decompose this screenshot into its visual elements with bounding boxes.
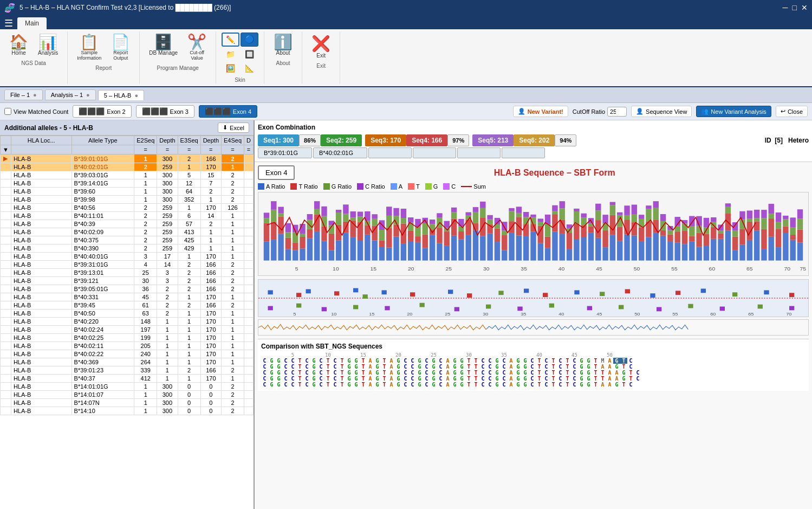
report-output-button[interactable]: 📄 ReportOutput xyxy=(107,33,134,63)
tab-main[interactable]: Main xyxy=(17,17,47,29)
analysis-button[interactable]: 📊 Analysis xyxy=(34,33,62,58)
table-row[interactable]: HLA-BB*14:101300002 xyxy=(1,407,254,415)
view-matched-count-checkbox[interactable] xyxy=(4,108,11,115)
table-row[interactable]: HLA-BB*40:02:11205111701 xyxy=(1,342,254,350)
table-row[interactable]: HLA-BB*39:05:01G36221662 xyxy=(1,285,254,293)
table-row[interactable]: HLA-BB*40:11:0122596141 xyxy=(1,212,254,220)
table-row[interactable]: HLA-BB*39:31:01G41421662 xyxy=(1,261,254,269)
table-row[interactable]: HLA-BB*40:02:01G225911701 xyxy=(1,163,254,171)
doc-tab-analysis-close[interactable]: ● xyxy=(86,92,90,98)
table-row[interactable]: HLA-BB*40:40:01G31711701 xyxy=(1,253,254,261)
svg-rect-57 xyxy=(365,235,370,261)
doc-tab-hlab-close[interactable]: ● xyxy=(134,92,138,99)
table-row[interactable]: HLA-BB*40:5622591170126 xyxy=(1,204,254,212)
row-e3seq: 0 xyxy=(178,399,200,407)
skin-btn-5[interactable]: 🖼️ xyxy=(222,62,239,75)
table-row[interactable]: HLA-BB*40:02:24197111701 xyxy=(1,326,254,334)
row-d xyxy=(244,269,254,277)
seq6-block[interactable]: Seq6: 202 xyxy=(514,134,555,146)
minimize-button[interactable]: ─ xyxy=(783,3,788,12)
table-row[interactable]: HLA-BB*40:390225942911 xyxy=(1,244,254,253)
row-hla-loc: HLA-B xyxy=(11,179,72,188)
table-row[interactable]: HLA-BB*39:4561221662 xyxy=(1,301,254,310)
table-row[interactable]: HLA-BB*40:33145211701 xyxy=(1,293,254,301)
table-row[interactable]: HLA-BB*14:01:01G1300002 xyxy=(1,383,254,391)
skin-btn-4[interactable]: 🔲 xyxy=(241,48,258,61)
view-matched-count-label[interactable]: View Matched Count xyxy=(4,108,68,115)
table-row[interactable]: ▶HLA-BB*39:01:01G130021662 xyxy=(1,154,254,163)
row-e3dep: 170 xyxy=(200,293,221,301)
table-row[interactable]: HLA-BB*40:375225942511 xyxy=(1,236,254,244)
filter-e2dep: = xyxy=(157,145,178,154)
filter-hla-input[interactable] xyxy=(14,147,69,153)
svg-rect-254 xyxy=(718,233,723,239)
home-button[interactable]: 🏠 Home xyxy=(5,33,32,58)
about-button[interactable]: ℹ️ About xyxy=(270,33,296,58)
close-window-button[interactable]: ✕ xyxy=(801,3,808,12)
doc-tab-file-close[interactable]: ● xyxy=(33,92,37,98)
filter-allele-input[interactable] xyxy=(74,147,132,153)
sample-info-button[interactable]: 📋 SampleInformation xyxy=(73,33,105,63)
maximize-button[interactable]: □ xyxy=(792,3,797,12)
doc-tab-hlab[interactable]: 5 – HLA-B ● xyxy=(98,90,144,100)
seq3-block[interactable]: Seq3: 170 xyxy=(365,134,406,146)
skin-btn-2[interactable]: 🔵 xyxy=(241,33,258,47)
app-menu[interactable]: ☰ xyxy=(0,17,17,29)
cutoff-button[interactable]: ✂️ Cut-offValue xyxy=(184,33,210,63)
col-e2depth: Depth xyxy=(157,136,178,145)
doc-tab-file[interactable]: File – 1 ● xyxy=(4,89,43,100)
svg-rect-245 xyxy=(704,246,709,261)
table-row[interactable]: HLA-BB*39:13:0125321662 xyxy=(1,269,254,277)
table-row[interactable]: HLA-BB*39:12130321662 xyxy=(1,277,254,285)
table-row[interactable]: HLA-BB*40:220148111701 xyxy=(1,318,254,326)
table-row[interactable]: HLA-BB*39:03:01G13005152 xyxy=(1,171,254,179)
excel-button[interactable]: ⬇ Excel xyxy=(218,123,249,133)
table-row[interactable]: HLA-BB*39:01:23339121662 xyxy=(1,366,254,375)
table-row[interactable]: HLA-BB*40:02:22240111701 xyxy=(1,350,254,358)
skin-btn-3[interactable]: 📁 xyxy=(222,48,239,61)
table-row[interactable]: HLA-BB*40:02:09225941311 xyxy=(1,228,254,236)
exon3-tab[interactable]: ⬛⬛⬛ Exon 3 xyxy=(136,105,194,118)
svg-rect-299 xyxy=(797,218,803,229)
skin-btn-6[interactable]: 📐 xyxy=(241,62,258,75)
row-e2seq: 2 xyxy=(134,220,157,228)
seq5-block[interactable]: Seq5: 213 xyxy=(472,134,514,146)
skin-btn-1[interactable]: ✏️ xyxy=(222,33,239,47)
db-manage-button[interactable]: 🗄️ DB Manage xyxy=(145,33,181,63)
row-allele-type: B*40:02:11 xyxy=(72,342,134,350)
exon4-tab[interactable]: ⬛⬛⬛ Exon 4 xyxy=(199,105,257,118)
svg-rect-125 xyxy=(487,234,492,261)
table-row[interactable]: HLA-BB*14:07N1300002 xyxy=(1,399,254,407)
row-hla-loc: HLA-B xyxy=(11,212,72,220)
svg-rect-339 xyxy=(789,293,794,297)
svg-rect-15 xyxy=(285,232,291,237)
row-d xyxy=(244,399,254,407)
svg-text:20: 20 xyxy=(408,266,414,272)
svg-rect-146 xyxy=(523,224,529,236)
table-row[interactable]: HLA-BB*40:02:25199111701 xyxy=(1,334,254,342)
seq2-block[interactable]: Seq2: 259 xyxy=(321,134,362,146)
sequence-view-button[interactable]: 👤 Sequence View xyxy=(631,106,692,117)
cutoff-value-input[interactable] xyxy=(607,107,627,117)
svg-rect-291 xyxy=(783,219,788,226)
table-row[interactable]: HLA-BB*39:14:01G13001272 xyxy=(1,179,254,188)
table-row[interactable]: HLA-BB*40:5063211701 xyxy=(1,310,254,318)
exit-button[interactable]: ❌ Exit xyxy=(308,33,334,61)
seq4-block[interactable]: Seq4: 166 xyxy=(406,134,447,146)
exon2-tab[interactable]: ⬛⬛⬛ Exon 2 xyxy=(73,105,131,118)
table-row[interactable]: HLA-BB*40:37412111701 xyxy=(1,375,254,383)
svg-rect-241 xyxy=(696,247,701,261)
new-variant-analysis-button[interactable]: 👥 New Variant Analysis xyxy=(696,106,771,117)
close-button[interactable]: ↩ Close xyxy=(776,106,808,117)
row-e2seq: 63 xyxy=(134,310,157,318)
table-row[interactable]: HLA-BB*39:6013006422 xyxy=(1,188,254,196)
filter-icon[interactable]: ▼ xyxy=(3,146,9,153)
svg-rect-295 xyxy=(790,228,795,235)
table-row[interactable]: HLA-BB*39:98130035212 xyxy=(1,196,254,204)
doc-tab-analysis[interactable]: Analysis – 1 ● xyxy=(45,89,96,100)
new-variant-button[interactable]: 👤 New Variant! xyxy=(513,106,568,117)
seq1-block[interactable]: Seq1: 300 xyxy=(258,134,299,146)
table-row[interactable]: HLA-BB*14:01:071300002 xyxy=(1,391,254,399)
table-row[interactable]: HLA-BB*40:369264111701 xyxy=(1,358,254,366)
table-row[interactable]: HLA-BB*40:3922595721 xyxy=(1,220,254,228)
